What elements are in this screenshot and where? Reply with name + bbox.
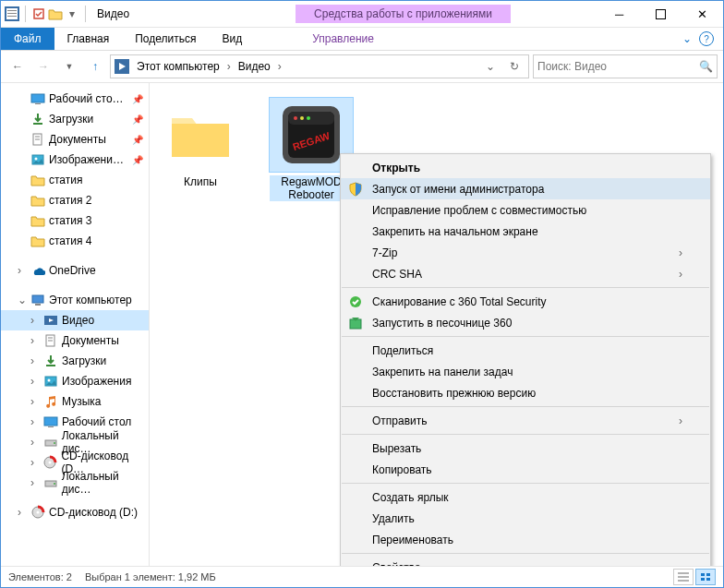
svg-rect-17 bbox=[32, 295, 43, 303]
menu-label: Создать ярлык bbox=[372, 491, 449, 504]
recent-locations-button[interactable]: ▼ bbox=[58, 55, 80, 78]
menu-label: Поделиться bbox=[372, 344, 433, 357]
svg-rect-54 bbox=[706, 578, 710, 581]
pin-icon: 📌 bbox=[132, 155, 143, 165]
tree-item[interactable]: ›Изображения bbox=[1, 371, 149, 391]
menu-item[interactable]: Отправить› bbox=[341, 410, 710, 431]
view-icons-button[interactable] bbox=[695, 569, 716, 585]
navigation-bar: ← → ▼ ↑ Этот компьютер › Видео › ⌄ ↻ Пои… bbox=[1, 51, 723, 83]
ribbon-expand-icon[interactable]: ⌄ bbox=[682, 32, 692, 45]
refresh-button[interactable]: ↻ bbox=[504, 56, 525, 77]
menu-item[interactable]: Вырезать bbox=[341, 438, 710, 459]
tab-home[interactable]: Главная bbox=[54, 28, 123, 50]
svg-point-36 bbox=[37, 511, 40, 514]
navigation-tree: Рабочий сто…📌Загрузки📌Документы📌Изображе… bbox=[1, 83, 150, 570]
breadcrumb-item[interactable]: Видео bbox=[235, 58, 274, 75]
qat-dropdown-icon[interactable]: ▾ bbox=[65, 6, 79, 21]
tree-label: Загрузки bbox=[49, 113, 93, 126]
blank-icon bbox=[348, 161, 363, 175]
menu-label: Копировать bbox=[372, 463, 432, 476]
menu-item[interactable]: Запуск от имени администратора bbox=[341, 178, 710, 199]
menu-item[interactable]: Удалить bbox=[341, 508, 710, 529]
folder-icon bbox=[30, 173, 45, 187]
menu-item[interactable]: Закрепить на начальном экране bbox=[341, 221, 710, 242]
tree-item-onedrive[interactable]: ›OneDrive bbox=[1, 260, 149, 281]
tab-view[interactable]: Вид bbox=[209, 28, 255, 50]
menu-item[interactable]: Закрепить на панели задач bbox=[341, 361, 710, 382]
tree-item[interactable]: статия bbox=[1, 170, 149, 190]
menu-item[interactable]: Создать ярлык bbox=[341, 486, 710, 508]
svg-point-30 bbox=[54, 442, 55, 444]
tree-item[interactable]: Изображени…📌 bbox=[1, 150, 149, 170]
menu-item[interactable]: Переименовать bbox=[341, 529, 710, 550]
close-button[interactable]: ✕ bbox=[682, 1, 723, 27]
chevron-right-icon[interactable]: › bbox=[278, 60, 282, 73]
pictures-icon bbox=[43, 374, 58, 389]
ribbon-contextual-tab: Средства работы с приложениями bbox=[296, 5, 511, 23]
minimize-button[interactable]: ─ bbox=[598, 1, 640, 27]
menu-label: Восстановить прежнюю версию bbox=[372, 387, 536, 400]
menu-label: CRC SHA bbox=[372, 268, 422, 281]
video-icon bbox=[43, 313, 58, 328]
tab-share[interactable]: Поделиться bbox=[122, 28, 209, 50]
status-item-count: Элементов: 2 bbox=[8, 571, 72, 582]
tree-item[interactable]: ›Локальный дис… bbox=[1, 473, 149, 493]
tree-label: Видео bbox=[62, 314, 94, 327]
blank-icon bbox=[348, 365, 363, 379]
tree-item[interactable]: Рабочий сто…📌 bbox=[1, 89, 149, 109]
svg-point-34 bbox=[54, 483, 55, 485]
up-button[interactable]: ↑ bbox=[84, 55, 106, 78]
search-icon: 🔍 bbox=[699, 60, 713, 73]
forward-button[interactable]: → bbox=[32, 55, 54, 78]
breadcrumb-item[interactable]: Этот компьютер bbox=[133, 58, 223, 75]
qat-properties-icon[interactable] bbox=[31, 6, 46, 21]
tree-item[interactable]: ›Документы bbox=[1, 330, 149, 351]
help-icon[interactable]: ? bbox=[699, 31, 714, 46]
status-selection: Выбран 1 элемент: 1,92 МБ bbox=[85, 571, 216, 582]
maximize-button[interactable] bbox=[640, 1, 682, 27]
tree-item[interactable]: Документы📌 bbox=[1, 129, 149, 150]
tree-label: Музыка bbox=[62, 395, 101, 408]
tree-item[interactable]: статия 4 bbox=[1, 231, 149, 251]
menu-item[interactable]: Открыть bbox=[341, 157, 710, 178]
menu-item[interactable]: Восстановить прежнюю версию bbox=[341, 382, 710, 403]
pin-icon: 📌 bbox=[132, 94, 143, 104]
view-details-button[interactable] bbox=[673, 569, 694, 585]
back-button[interactable]: ← bbox=[6, 55, 29, 78]
menu-item[interactable]: Сканирование с 360 Total Security bbox=[341, 291, 710, 312]
tree-item[interactable]: ›Загрузки bbox=[1, 351, 149, 371]
tree-item[interactable]: ›Музыка bbox=[1, 391, 149, 412]
search-input[interactable]: Поиск: Видео 🔍 bbox=[533, 54, 718, 78]
chevron-right-icon[interactable]: › bbox=[227, 60, 231, 73]
chevron-right-icon: › bbox=[679, 414, 682, 427]
menu-item[interactable]: Копировать bbox=[341, 459, 710, 480]
tree-label: Локальный дис… bbox=[62, 470, 149, 496]
menu-item[interactable]: CRC SHA› bbox=[341, 263, 710, 284]
pin-icon: 📌 bbox=[132, 135, 143, 145]
qat-folder-icon[interactable] bbox=[48, 6, 63, 21]
tab-manage[interactable]: Управление bbox=[299, 28, 387, 50]
tree-item[interactable]: Загрузки📌 bbox=[1, 109, 149, 129]
tree-label: статия 2 bbox=[49, 194, 91, 207]
folder-item[interactable]: Клипы bbox=[159, 98, 242, 188]
menu-separator bbox=[342, 553, 709, 554]
menu-item[interactable]: 7-Zip› bbox=[341, 242, 710, 263]
folder-icon bbox=[30, 213, 45, 228]
menu-label: Исправление проблем с совместимостью bbox=[372, 204, 586, 217]
tree-item-cd[interactable]: ›CD-дисковод (D:) bbox=[1, 502, 149, 522]
tree-item-this-pc[interactable]: ⌄Этот компьютер bbox=[1, 290, 149, 310]
tree-label: статия bbox=[49, 174, 82, 186]
tree-item[interactable]: ›Видео bbox=[1, 310, 149, 330]
tree-item[interactable]: статия 3 bbox=[1, 210, 149, 231]
tree-item[interactable]: статия 2 bbox=[1, 190, 149, 210]
scan-icon bbox=[348, 294, 363, 309]
address-dropdown-icon[interactable]: ⌄ bbox=[480, 56, 501, 77]
menu-item[interactable]: Исправление проблем с совместимостью bbox=[341, 199, 710, 221]
menu-item[interactable]: Запустить в песочнице 360 bbox=[341, 312, 710, 333]
address-bar[interactable]: Этот компьютер › Видео › ⌄ ↻ bbox=[110, 54, 529, 78]
titlebar: ▾ Видео Средства работы с приложениями ─… bbox=[1, 1, 723, 28]
tab-file[interactable]: Файл bbox=[1, 28, 54, 50]
cd-red-icon bbox=[42, 455, 57, 470]
menu-item[interactable]: Поделиться bbox=[341, 340, 710, 361]
svg-point-26 bbox=[48, 379, 51, 382]
